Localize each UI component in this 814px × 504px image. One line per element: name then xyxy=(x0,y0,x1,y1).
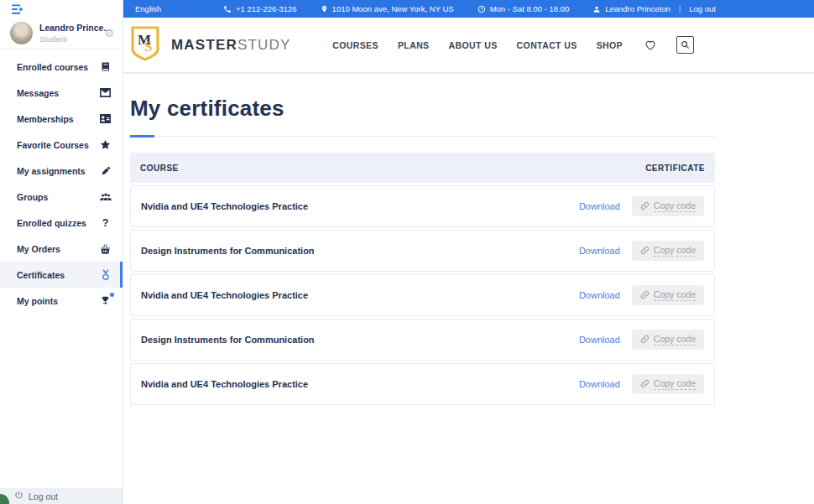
link-icon xyxy=(640,379,650,388)
wishlist-heart-icon[interactable] xyxy=(644,39,657,51)
medal-icon xyxy=(99,269,112,281)
course-name: Nvidia and UE4 Technologies Practice xyxy=(141,379,579,389)
sidebar-item-my-assignments[interactable]: My assignments xyxy=(0,158,123,184)
table-row: Nvidia and UE4 Technologies Practice Dow… xyxy=(130,185,715,227)
language-selector[interactable]: English xyxy=(135,4,161,13)
hamburger-collapse-icon xyxy=(12,4,24,14)
download-link[interactable]: Download xyxy=(579,201,620,211)
header-nav: COURSES PLANS ABOUT US CONTACT US SHOP xyxy=(332,36,694,54)
copy-code-button[interactable]: Copy code xyxy=(632,330,704,351)
student-sidebar: Leandro Prince... Student ⚙ Enrolled cou… xyxy=(0,0,123,504)
phone-contact[interactable]: +1 212-226-3126 xyxy=(223,4,297,13)
nav-item-plans[interactable]: PLANS xyxy=(398,40,430,50)
page-title: My certificates xyxy=(130,96,814,122)
nav-item-contact-us[interactable]: CONTACT US xyxy=(517,40,577,50)
course-name: Nvidia and UE4 Technologies Practice xyxy=(141,201,579,211)
hours-text: Mon - Sat 8.00 - 18.00 xyxy=(490,4,570,13)
settings-gear-icon[interactable]: ⚙ xyxy=(104,28,114,39)
nav-item-shop[interactable]: SHOP xyxy=(597,40,623,50)
download-link[interactable]: Download xyxy=(579,246,620,256)
sidebar-collapse-toggle[interactable] xyxy=(0,0,123,18)
sidebar-item-certificates[interactable]: Certificates xyxy=(0,262,123,288)
copy-code-label: Copy code xyxy=(654,334,696,346)
sidebar-item-messages[interactable]: Messages xyxy=(0,80,123,106)
star-icon xyxy=(99,139,112,150)
site-header: M S MASTERSTUDY COURSES PLANS ABOUT US C… xyxy=(123,18,814,74)
sidebar-item-enrolled-quizzes[interactable]: Enrolled quizzes ? xyxy=(0,210,123,236)
table-header-row: COURSE CERTIFICATE xyxy=(130,153,715,183)
course-name: Nvidia and UE4 Technologies Practice xyxy=(141,290,579,300)
address-text: 1010 Moon ave, New York, NY US xyxy=(332,4,454,13)
profile-block: Leandro Prince... Student ⚙ xyxy=(0,18,123,49)
sidebar-item-my-points[interactable]: My points xyxy=(0,288,123,314)
sidebar-item-my-orders[interactable]: My Orders xyxy=(0,236,123,262)
copy-code-button[interactable]: Copy code xyxy=(632,196,704,217)
copy-code-label: Copy code xyxy=(654,200,696,213)
main-content: My certificates COURSE CERTIFICATE Nvidi… xyxy=(123,74,814,504)
link-icon xyxy=(640,335,650,344)
profile-role: Student xyxy=(39,34,104,44)
link-icon xyxy=(640,246,650,255)
brand-name: MASTERSTUDY xyxy=(171,37,291,54)
sidebar-item-memberships[interactable]: Memberships xyxy=(0,106,123,132)
search-button[interactable] xyxy=(676,36,694,54)
course-name: Design Instruments for Communication xyxy=(141,335,579,345)
question-icon: ? xyxy=(99,217,112,229)
download-link[interactable]: Download xyxy=(579,290,620,300)
book-icon xyxy=(99,61,112,72)
download-link[interactable]: Download xyxy=(579,335,620,345)
copy-code-button[interactable]: Copy code xyxy=(632,374,704,395)
clock-icon xyxy=(477,5,486,13)
topbar-user-name: Leandro Princeton xyxy=(605,4,671,13)
logo-shield-icon: M S xyxy=(130,26,160,65)
power-icon xyxy=(14,491,23,501)
phone-icon xyxy=(223,5,232,13)
topbar-account[interactable]: Leandro Princeton xyxy=(592,4,671,13)
phone-number: +1 212-226-3126 xyxy=(236,4,297,13)
table-row: Nvidia and UE4 Technologies Practice Dow… xyxy=(130,363,715,405)
avatar[interactable] xyxy=(10,22,33,44)
column-certificate: CERTIFICATE xyxy=(645,164,705,173)
logout-label: Log out xyxy=(29,491,58,501)
course-name: Design Instruments for Communication xyxy=(141,246,579,256)
search-icon xyxy=(681,38,690,53)
profile-name: Leandro Prince... xyxy=(39,23,104,33)
table-row: Design Instruments for Communication Dow… xyxy=(130,319,715,361)
sidebar-item-favorite-courses[interactable]: Favorite Courses xyxy=(0,132,123,158)
copy-code-button[interactable]: Copy code xyxy=(632,241,704,262)
copy-code-label: Copy code xyxy=(654,378,696,391)
certificates-table: COURSE CERTIFICATE Nvidia and UE4 Techno… xyxy=(130,153,715,405)
topbar-logout-link[interactable]: Log out xyxy=(689,4,716,13)
address-info: 1010 Moon ave, New York, NY US xyxy=(321,4,454,13)
sidebar-nav: Enrolled courses Messages Memberships Fa… xyxy=(0,49,123,488)
link-icon xyxy=(640,290,650,299)
location-pin-icon xyxy=(321,4,328,13)
basket-icon xyxy=(99,244,112,254)
svg-text:S: S xyxy=(144,39,152,55)
nav-item-about-us[interactable]: ABOUT US xyxy=(449,40,498,50)
user-icon xyxy=(592,5,601,13)
sidebar-item-groups[interactable]: Groups xyxy=(0,184,123,210)
copy-code-label: Copy code xyxy=(654,245,696,257)
points-badge-dot xyxy=(110,293,114,297)
link-icon xyxy=(640,201,650,210)
table-row: Design Instruments for Communication Dow… xyxy=(130,230,715,272)
users-icon xyxy=(99,192,112,201)
sidebar-logout-button[interactable]: Log out xyxy=(0,488,123,504)
topbar-separator: | xyxy=(679,4,681,13)
sidebar-item-enrolled-courses[interactable]: Enrolled courses xyxy=(0,54,123,80)
copy-code-label: Copy code xyxy=(654,289,696,302)
download-link[interactable]: Download xyxy=(579,379,620,389)
copy-code-button[interactable]: Copy code xyxy=(632,285,704,306)
table-row: Nvidia and UE4 Technologies Practice Dow… xyxy=(130,274,715,316)
title-divider xyxy=(130,136,715,137)
brand-logo[interactable]: M S MASTERSTUDY xyxy=(130,26,291,65)
pen-icon xyxy=(99,166,112,176)
trophy-icon xyxy=(99,295,112,306)
working-hours: Mon - Sat 8.00 - 18.00 xyxy=(477,4,570,13)
nav-item-courses[interactable]: COURSES xyxy=(332,40,378,50)
envelope-icon xyxy=(99,88,112,97)
id-card-icon xyxy=(99,114,112,123)
column-course: COURSE xyxy=(140,164,179,173)
